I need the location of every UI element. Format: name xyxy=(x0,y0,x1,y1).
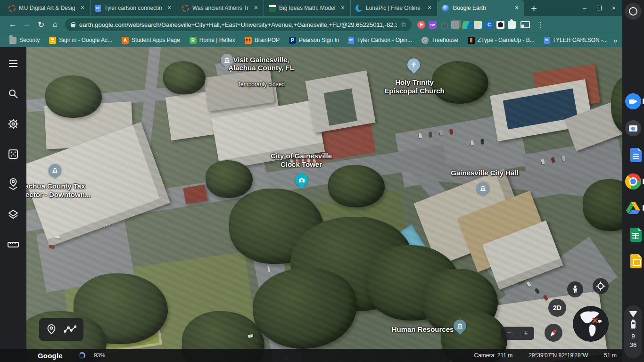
drive-app-icon[interactable] xyxy=(625,200,641,216)
tab-strip: M/J Digital Art & Desig × Tyler carlson … xyxy=(0,0,622,16)
tab-stack-extension-icon[interactable] xyxy=(451,21,459,29)
tab-google-earth[interactable]: Google Earth × xyxy=(438,0,524,16)
emoji-extension-icon[interactable] xyxy=(496,21,504,29)
screencastify-extension-icon[interactable] xyxy=(417,21,425,29)
map-viewport[interactable]: Visit Gainesville, Alachua County, FL Te… xyxy=(26,47,622,362)
tab-label: Big Ideas Math: Modelli xyxy=(279,5,336,11)
canvas-icon xyxy=(182,5,189,12)
tab-close-icon[interactable]: × xyxy=(339,4,347,12)
slides-app-icon[interactable] xyxy=(625,253,641,269)
address-bar[interactable]: earth.google.com/web/search/Gainesville+… xyxy=(65,18,412,31)
bookmark-ztype[interactable]: ZType - GameUp - B... xyxy=(464,35,538,45)
tab-close-icon[interactable]: × xyxy=(252,4,260,12)
tab-label: Tyler carlson connectin xyxy=(104,5,162,11)
bookmark-student-apps[interactable]: AStudent Apps Page xyxy=(118,35,184,45)
camera-readout: Camera: 211 m 29°39'07"N 82°19'28"W 51 m xyxy=(474,352,617,359)
voyager-button[interactable] xyxy=(4,115,23,133)
bookmark-star-icon[interactable]: ☆ xyxy=(401,20,407,29)
pin-visit-gainesville[interactable] xyxy=(221,54,233,66)
browser-toolbar: ← → ↻ ⌂ earth.google.com/web/search/Gain… xyxy=(0,16,622,33)
tab-mj-digital-art[interactable]: M/J Digital Art & Desig × xyxy=(4,0,91,16)
earth-sidebar xyxy=(0,47,26,362)
tab-ancient-athens[interactable]: Was ancient Athens Tr × xyxy=(177,0,264,16)
google-earth-app: Visit Gainesville, Alachua County, FL Te… xyxy=(0,47,622,362)
tab-close-icon[interactable]: × xyxy=(426,4,433,12)
wifi-icon xyxy=(629,311,637,317)
2d-mode-button[interactable]: 2D xyxy=(548,299,566,317)
draw-path-icon[interactable] xyxy=(64,325,76,334)
maximize-button[interactable] xyxy=(597,6,602,10)
forward-button[interactable]: → xyxy=(20,17,34,32)
read-write-extension-icon[interactable]: rw xyxy=(429,21,437,29)
bookmarks-overflow-chevron[interactable]: » xyxy=(613,36,617,44)
pin-clock-tower[interactable] xyxy=(295,173,308,186)
reload-button[interactable]: ↻ xyxy=(34,17,48,32)
url-text[interactable]: earth.google.com/web/search/Gainesville+… xyxy=(79,21,397,28)
pin-city-hall[interactable] xyxy=(477,182,489,195)
power-extension-icon[interactable] xyxy=(440,21,448,29)
zoom-app-icon[interactable] xyxy=(625,93,641,109)
my-location-button[interactable] xyxy=(593,278,609,294)
screenshot-extension-icon[interactable] xyxy=(474,21,482,29)
launcher-button[interactable] xyxy=(625,3,642,20)
bookmark-tyler-carlson-2[interactable]: TYLER CARLSON -... xyxy=(540,35,611,45)
shelf-status-tray[interactable]: 9 36 xyxy=(624,305,642,358)
bookmark-reflex[interactable]: RHome | Reflex xyxy=(186,35,239,45)
map-style-button[interactable] xyxy=(4,205,23,224)
coordinates: 29°39'07"N 82°19'28"W xyxy=(528,352,588,359)
bookmark-pearson[interactable]: PPearson Sign In xyxy=(285,35,343,45)
bookmark-treehouse[interactable]: Treehouse xyxy=(418,35,462,45)
measure-button[interactable] xyxy=(4,235,23,254)
pin-holy-trinity[interactable] xyxy=(407,58,420,71)
tab-label: M/J Digital Art & Desig xyxy=(19,5,75,11)
tab-close-icon[interactable]: × xyxy=(513,4,520,12)
feeling-lucky-button[interactable] xyxy=(4,145,23,164)
docs-app-icon[interactable] xyxy=(625,147,641,163)
loading-spinner-icon xyxy=(79,352,85,359)
tab-big-ideas-math[interactable]: Big Ideas Math: Modelli × xyxy=(264,0,351,16)
menu-button[interactable] xyxy=(4,54,23,73)
compass-button[interactable] xyxy=(545,324,562,342)
projects-button[interactable] xyxy=(4,175,23,194)
clever-extension-icon[interactable]: C xyxy=(485,21,493,29)
tab-tyler-carlson[interactable]: Tyler carlson connectin × xyxy=(91,0,177,16)
docs-icon xyxy=(95,5,101,12)
tab-close-icon[interactable]: × xyxy=(165,4,173,12)
minimize-button[interactable]: – xyxy=(583,4,586,12)
browser-menu-icon[interactable]: ⋮ xyxy=(537,20,544,29)
bookmark-brainpop[interactable]: BrainPOP xyxy=(241,35,283,45)
home-button[interactable]: ⌂ xyxy=(48,17,62,32)
sheets-app-icon[interactable] xyxy=(625,227,641,243)
bookmark-tyler-carlson[interactable]: Tyler Carlson - Opin... xyxy=(345,35,416,45)
zoom-in-button[interactable]: + xyxy=(518,327,534,340)
bookmark-security[interactable]: Security xyxy=(6,35,43,45)
screen: M/J Digital Art & Desig × Tyler carlson … xyxy=(0,0,644,362)
tab-lunapic[interactable]: LunaPic | Free Online P × xyxy=(351,0,438,16)
tab-label: Google Earth xyxy=(453,5,510,11)
search-button[interactable] xyxy=(4,84,23,103)
cast-icon[interactable] xyxy=(520,21,530,28)
bookmark-sign-in[interactable]: Sign in - Google Ac... xyxy=(45,35,116,45)
new-tab-button[interactable]: + xyxy=(531,3,537,14)
camera-app-icon[interactable] xyxy=(625,120,641,136)
add-placemark-icon[interactable] xyxy=(46,324,57,335)
pegman-button[interactable] xyxy=(567,281,583,297)
pin-human-resources[interactable] xyxy=(454,320,466,332)
globe-minimap-icon xyxy=(573,306,609,342)
tab-close-icon[interactable]: × xyxy=(79,4,86,12)
pin-tax-collector[interactable] xyxy=(49,164,61,177)
back-button[interactable]: ← xyxy=(6,17,20,32)
zoom-out-button[interactable]: − xyxy=(501,327,518,340)
treehouse-icon xyxy=(421,37,429,44)
ruler-icon xyxy=(8,241,19,248)
lunapic-icon xyxy=(355,5,363,12)
docs-icon xyxy=(544,37,550,44)
tab-label: LunaPic | Free Online P xyxy=(366,5,422,11)
kami-extension-icon[interactable] xyxy=(462,21,471,29)
globe-overview-button[interactable] xyxy=(573,306,609,342)
chrome-app-icon[interactable] xyxy=(625,173,641,189)
close-button[interactable]: × xyxy=(612,4,616,12)
chrome-window: M/J Digital Art & Desig × Tyler carlson … xyxy=(0,0,622,362)
extensions-puzzle-icon[interactable] xyxy=(508,21,516,29)
battery-icon xyxy=(631,321,636,329)
